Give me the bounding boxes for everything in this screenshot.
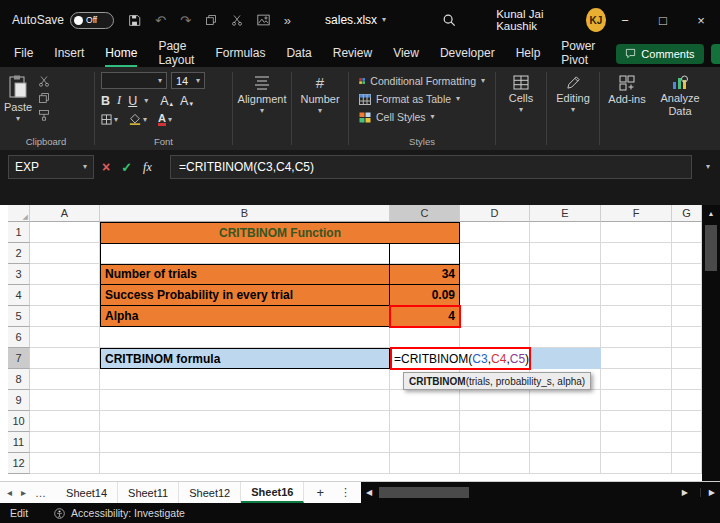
table-title-cell[interactable]: CRITBINOM Function — [101, 223, 459, 244]
cut-button[interactable] — [38, 75, 50, 87]
document-title[interactable]: sales.xlsx ▾ — [325, 13, 386, 27]
tab-options-icon[interactable]: ⋮ — [340, 486, 351, 499]
undo-icon[interactable]: ↶ — [155, 14, 166, 27]
prev-sheet-icon[interactable]: ◂ — [7, 487, 12, 498]
tab-power-pivot[interactable]: Power Pivot — [561, 40, 595, 67]
sheet-tab-sheet14[interactable]: Sheet14 — [56, 482, 118, 503]
column-header-e[interactable]: E — [530, 205, 601, 222]
sheet-tab-sheet12[interactable]: Sheet12 — [179, 482, 241, 503]
horizontal-scroll-thumb[interactable] — [379, 487, 469, 498]
scroll-up-icon[interactable]: ▲ — [702, 205, 720, 217]
addins-button[interactable]: Add-ins — [606, 72, 648, 105]
tab-insert[interactable]: Insert — [54, 40, 84, 67]
fill-color-button[interactable]: ▾ — [129, 114, 147, 125]
tab-formulas[interactable]: Formulas — [215, 40, 265, 67]
row-header-4[interactable]: 4 — [8, 285, 30, 306]
alignment-button[interactable]: Alignment ▾ — [239, 72, 285, 115]
sheet-tab-sheet11[interactable]: Sheet11 — [118, 482, 179, 503]
blank-cell[interactable] — [101, 244, 390, 264]
italic-button[interactable]: I — [117, 93, 121, 108]
row-header-2[interactable]: 2 — [8, 243, 30, 264]
horizontal-scrollbar[interactable]: ◀ ▶ ▶ — [361, 482, 720, 503]
row-header-8[interactable]: 8 — [8, 369, 30, 390]
conditional-formatting-button[interactable]: Conditional Formatting ▾ — [355, 72, 489, 90]
column-header-a[interactable]: A — [30, 205, 100, 222]
autosave-switch[interactable]: Off — [70, 12, 114, 29]
name-box[interactable]: EXP ▾ — [8, 155, 94, 179]
tab-home[interactable]: Home — [105, 40, 137, 67]
scroll-right-icon[interactable]: ▶ — [682, 488, 688, 497]
paste-button[interactable]: Paste ▾ — [4, 72, 32, 123]
cell-b3-label[interactable]: Number of trials — [101, 265, 390, 285]
corner-scroll-right-icon[interactable]: ▶ — [700, 488, 715, 497]
sheet-tab-sheet16[interactable]: Sheet16 — [241, 482, 304, 503]
autosave-toggle[interactable]: AutoSave Off — [12, 12, 114, 29]
cell-b5-label[interactable]: Alpha — [101, 306, 390, 326]
column-header-g[interactable]: G — [672, 205, 702, 222]
copy-button[interactable] — [38, 92, 50, 104]
search-icon[interactable] — [442, 13, 456, 27]
decrease-font-size-button[interactable]: A▾ — [180, 94, 193, 108]
add-sheet-button[interactable]: + — [316, 485, 324, 500]
insert-function-button[interactable]: fx — [143, 160, 152, 175]
number-button[interactable]: # Number ▾ — [298, 72, 342, 115]
cells-button[interactable]: Cells ▾ — [502, 72, 540, 114]
share-button[interactable] — [711, 44, 720, 64]
tab-file[interactable]: File — [14, 40, 33, 67]
format-painter-button[interactable] — [38, 109, 50, 121]
formula-input[interactable]: =CRITBINOM(C3,C4,C5) — [170, 155, 692, 179]
grid-cells[interactable]: CRITBINOM Function Number of trials 34 S… — [30, 222, 702, 474]
row-header-9[interactable]: 9 — [8, 390, 30, 411]
close-button[interactable]: × — [682, 0, 720, 40]
active-formula-cell[interactable]: =CRITBINOM(C3,C4,C5) — [390, 347, 531, 370]
bold-button[interactable]: B — [101, 94, 110, 108]
column-header-d[interactable]: D — [460, 205, 530, 222]
row-header-11[interactable]: 11 — [8, 432, 30, 453]
scroll-left-icon[interactable]: ◀ — [366, 488, 372, 497]
tab-developer[interactable]: Developer — [440, 40, 495, 67]
blank-cell[interactable] — [390, 244, 459, 264]
font-color-button[interactable]: A ▾ — [158, 113, 172, 126]
row-header-3[interactable]: 3 — [8, 264, 30, 285]
tab-help[interactable]: Help — [516, 40, 541, 67]
font-size-select[interactable]: 14 ▾ — [171, 72, 205, 89]
tab-page-layout[interactable]: Page Layout — [158, 40, 194, 67]
vertical-scroll-thumb[interactable] — [705, 225, 717, 271]
comments-button[interactable]: Comments — [616, 44, 703, 64]
picture-icon[interactable] — [257, 14, 270, 26]
avatar[interactable]: KJ — [586, 8, 606, 32]
row-header-5[interactable]: 5 — [8, 306, 30, 327]
row-header-12[interactable]: 12 — [8, 453, 30, 474]
row-header-7[interactable]: 7 — [8, 348, 30, 369]
maximize-button[interactable]: □ — [644, 0, 682, 40]
vertical-scrollbar[interactable]: ▲ — [702, 205, 720, 481]
minimize-button[interactable]: − — [606, 0, 644, 40]
more-commands-icon[interactable]: » — [284, 14, 291, 27]
format-as-table-button[interactable]: Format as Table ▾ — [355, 90, 489, 108]
row-header-1[interactable]: 1 — [8, 222, 30, 243]
cell-c4-value[interactable]: 0.09 — [390, 285, 459, 305]
font-name-select[interactable]: ▾ — [101, 72, 167, 89]
select-all-corner[interactable]: ◢ — [8, 205, 30, 222]
expand-formula-bar-icon[interactable]: ▾ — [706, 163, 710, 171]
analyze-data-button[interactable]: Analyze Data — [656, 72, 704, 117]
accessibility-icon[interactable] — [54, 508, 65, 519]
tab-data[interactable]: Data — [286, 40, 311, 67]
save-icon[interactable] — [128, 14, 141, 27]
column-header-c[interactable]: C — [390, 205, 460, 222]
more-sheets-icon[interactable]: … — [35, 487, 46, 499]
underline-button[interactable]: U — [128, 94, 137, 108]
cell-b4-label[interactable]: Success Probability in every trial — [101, 285, 390, 305]
user-name[interactable]: Kunal Jai Kaushik — [496, 8, 574, 32]
copy-icon[interactable] — [205, 14, 217, 26]
borders-button[interactable]: ▾ — [101, 114, 118, 125]
redo-icon[interactable]: ↷ — [180, 14, 191, 27]
cancel-button[interactable]: × — [102, 159, 110, 175]
tab-review[interactable]: Review — [333, 40, 372, 67]
next-sheet-icon[interactable]: ▸ — [21, 487, 26, 498]
tab-view[interactable]: View — [393, 40, 419, 67]
enter-button[interactable]: ✓ — [121, 160, 132, 175]
editing-button[interactable]: Editing ▾ — [553, 72, 593, 114]
increase-font-size-button[interactable]: A▴ — [160, 94, 173, 108]
row-header-6[interactable]: 6 — [8, 327, 30, 348]
